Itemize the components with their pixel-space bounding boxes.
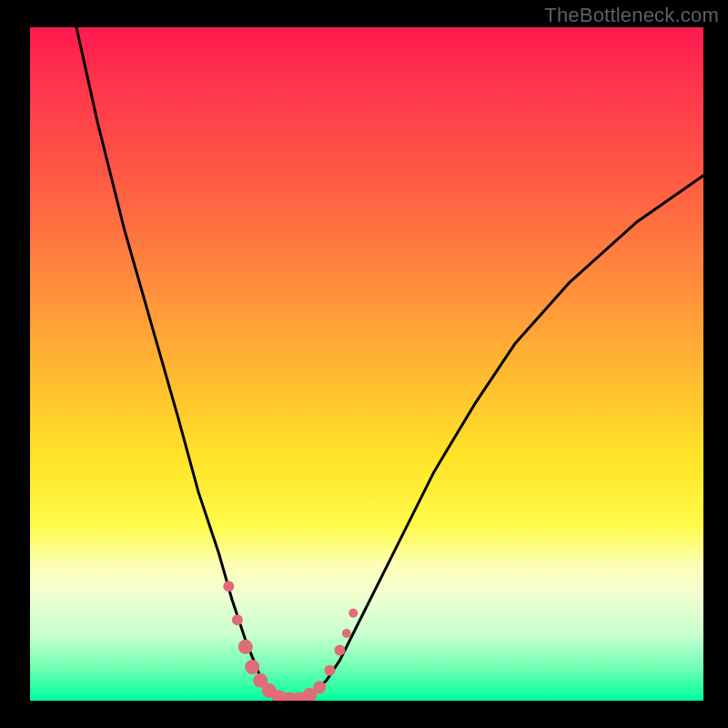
data-marker (223, 581, 234, 592)
data-marker (238, 640, 253, 654)
data-marker (245, 660, 259, 674)
data-marker (313, 681, 326, 693)
watermark-text: TheBottleneck.com (544, 4, 719, 27)
data-marker (342, 629, 351, 638)
data-marker (324, 665, 335, 676)
chart-plot-area (30, 27, 703, 701)
bottleneck-curve (30, 27, 703, 701)
chart-svg (30, 27, 703, 701)
data-marker (334, 645, 345, 656)
curve-path (30, 27, 703, 701)
data-marker (232, 614, 243, 625)
marker-group (223, 581, 358, 701)
data-marker (349, 609, 358, 618)
chart-frame: TheBottleneck.com (0, 0, 728, 728)
